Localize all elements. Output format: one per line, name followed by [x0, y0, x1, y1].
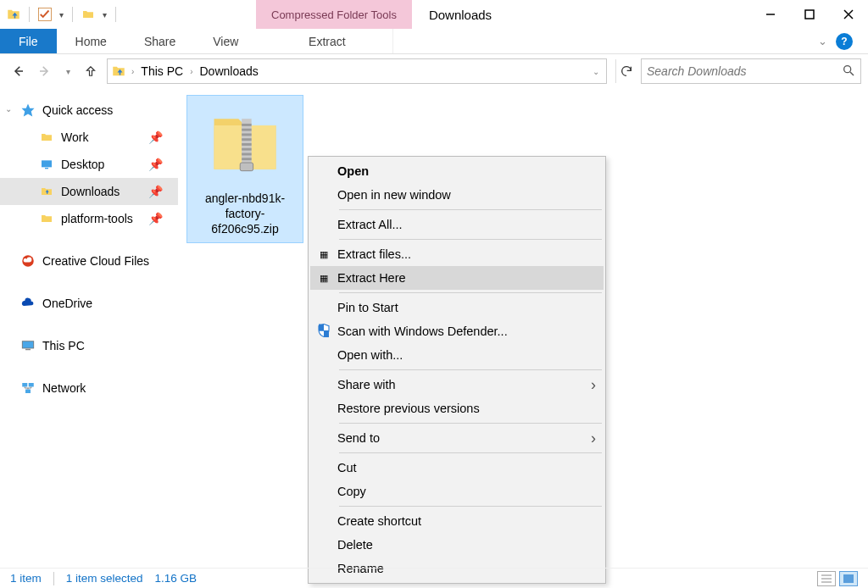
tab-home[interactable]: Home	[57, 29, 125, 53]
ribbon-expand-icon[interactable]: ⌄	[818, 35, 827, 47]
context-menu: Open Open in new window Extract All... ▦…	[308, 156, 606, 584]
tab-share[interactable]: Share	[125, 29, 194, 53]
breadcrumb-downloads[interactable]: Downloads	[198, 64, 259, 78]
recent-locations-dropdown[interactable]: ▾	[61, 60, 75, 82]
file-item-zip[interactable]: angler-nbd91k-factory-6f206c95.zip	[186, 95, 303, 243]
sidebar-label: Network	[42, 381, 86, 395]
context-item-cut[interactable]: Cut	[310, 456, 604, 480]
svg-rect-2	[805, 10, 814, 19]
quick-access-toolbar: ▾ ▾	[0, 0, 125, 29]
refresh-button[interactable]	[615, 59, 636, 83]
context-item-copy[interactable]: Copy	[310, 480, 604, 503]
thispc-icon	[20, 338, 36, 353]
context-item-delete[interactable]: Delete	[310, 533, 604, 557]
svg-rect-20	[242, 129, 252, 131]
context-item-pin-start[interactable]: Pin to Start	[310, 296, 604, 319]
sidebar-item-work[interactable]: Work 📌	[0, 124, 178, 151]
submenu-arrow-icon: ›	[583, 430, 604, 447]
breadcrumb-thispc[interactable]: This PC	[139, 64, 185, 78]
pin-icon: 📌	[148, 158, 163, 171]
window-controls	[751, 0, 868, 29]
svg-rect-22	[242, 138, 252, 141]
up-button[interactable]	[80, 60, 102, 82]
svg-rect-14	[25, 349, 31, 351]
title-bar: ▾ ▾ Compressed Folder Tools Downloads	[0, 0, 868, 29]
view-thumbnails-button[interactable]	[839, 571, 858, 586]
maximize-button[interactable]	[790, 0, 829, 29]
context-item-send-to[interactable]: Send to›	[310, 426, 604, 450]
view-details-button[interactable]	[817, 571, 836, 586]
folder-icon	[39, 211, 54, 226]
svg-point-7	[844, 65, 851, 72]
creative-cloud-icon	[20, 253, 36, 269]
context-item-open-new-window[interactable]: Open in new window	[310, 183, 604, 207]
folder-down-icon	[39, 184, 54, 199]
context-item-extract-here[interactable]: ▦Extract Here	[310, 266, 604, 290]
back-button[interactable]	[7, 60, 29, 82]
menu-separator	[339, 452, 602, 453]
qat-dropdown-icon[interactable]: ▾	[100, 10, 108, 19]
search-input[interactable]	[647, 64, 842, 78]
context-item-open[interactable]: Open	[310, 159, 604, 183]
minimize-button[interactable]	[751, 0, 790, 29]
svg-rect-25	[242, 153, 252, 156]
sidebar-quick-access[interactable]: ⌄ Quick access	[0, 97, 178, 124]
pin-icon: 📌	[148, 130, 163, 144]
archive-icon: ▦	[320, 249, 328, 260]
sidebar-label: OneDrive	[42, 297, 92, 310]
sidebar-thispc[interactable]: This PC	[0, 332, 178, 359]
address-bar[interactable]: › This PC › Downloads ⌄	[107, 58, 607, 84]
properties-check-icon[interactable]	[36, 6, 53, 23]
sidebar-onedrive[interactable]: OneDrive	[0, 290, 178, 317]
sidebar-network[interactable]: Network	[0, 374, 178, 402]
sidebar-creative-cloud[interactable]: Creative Cloud Files	[0, 247, 178, 275]
help-icon[interactable]: ?	[836, 33, 853, 50]
sidebar-item-platform-tools[interactable]: platform-tools 📌	[0, 205, 178, 232]
close-button[interactable]	[829, 0, 868, 29]
divider	[29, 7, 30, 22]
context-item-share-with[interactable]: Share with›	[310, 373, 604, 397]
svg-line-8	[850, 72, 854, 75]
menu-separator	[339, 423, 602, 424]
svg-rect-19	[242, 124, 252, 126]
folder-down-icon[interactable]	[5, 6, 22, 23]
archive-icon: ▦	[320, 273, 328, 284]
forward-button[interactable]	[34, 60, 56, 82]
search-icon[interactable]	[842, 64, 855, 80]
zip-file-icon	[203, 101, 287, 186]
context-item-extract-files[interactable]: ▦Extract files...	[310, 242, 604, 266]
address-dropdown-icon[interactable]: ⌄	[593, 67, 599, 76]
status-size: 1.16 GB	[155, 572, 198, 585]
folder-small-icon[interactable]	[80, 6, 97, 23]
svg-rect-15	[22, 383, 27, 387]
svg-rect-16	[29, 383, 34, 387]
sidebar-label: platform-tools	[61, 212, 133, 225]
file-name-label: angler-nbd91k-factory-6f206c95.zip	[192, 191, 298, 237]
svg-rect-26	[242, 158, 252, 160]
tab-file[interactable]: File	[0, 29, 57, 53]
context-item-extract-all[interactable]: Extract All...	[310, 213, 604, 236]
sidebar-label: This PC	[42, 339, 85, 352]
chevron-right-icon[interactable]: ›	[190, 67, 192, 76]
svg-rect-23	[242, 143, 252, 146]
search-box[interactable]	[641, 58, 861, 84]
svg-rect-27	[240, 163, 253, 171]
context-item-create-shortcut[interactable]: Create shortcut	[310, 509, 604, 533]
svg-rect-10	[42, 160, 52, 167]
context-item-restore-versions[interactable]: Restore previous versions	[310, 397, 604, 420]
window-title: Downloads	[412, 8, 492, 22]
menu-separator	[339, 506, 602, 507]
sidebar-label: Work	[61, 130, 88, 144]
sidebar-item-desktop[interactable]: Desktop 📌	[0, 151, 178, 178]
context-item-scan-defender[interactable]: Scan with Windows Defender...	[310, 319, 604, 343]
sidebar-item-downloads[interactable]: Downloads 📌	[0, 178, 178, 205]
tab-view[interactable]: View	[194, 29, 257, 53]
status-bar: 1 item 1 item selected 1.16 GB	[0, 568, 868, 588]
divider	[115, 7, 116, 22]
qat-dropdown-icon[interactable]: ▾	[57, 10, 65, 19]
status-item-count: 1 item	[10, 572, 42, 585]
chevron-right-icon[interactable]: ›	[131, 67, 134, 76]
caret-icon[interactable]: ⌄	[5, 104, 12, 114]
context-item-open-with[interactable]: Open with...	[310, 343, 604, 367]
tab-extract[interactable]: Extract	[261, 29, 393, 53]
